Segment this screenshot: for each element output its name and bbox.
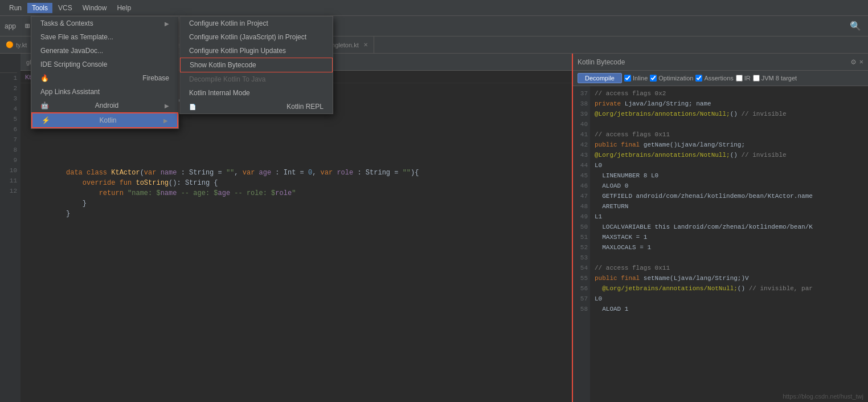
close-icon[interactable]: ✕ <box>859 58 863 66</box>
jvm8-label: JVM 8 target <box>761 75 797 82</box>
tools-dropdown: Tasks & Contexts ▶ Save File as Template… <box>31 16 179 129</box>
menu-tools[interactable]: Tools <box>27 3 52 13</box>
bc-line-47: GETFIELD android/com/zhenai/kotlindemo/b… <box>595 191 863 201</box>
menu-item-generate-javadoc[interactable]: Generate JavaDoc... <box>31 44 178 58</box>
bc-line-48: ARETURN <box>595 201 863 212</box>
bc-line-57: L0 <box>595 294 863 304</box>
code-line-7 <box>25 147 567 157</box>
bc-line-52: MAXLOCALS = 1 <box>595 242 863 253</box>
code-line-8: data class KtActor(var name : String = "… <box>25 157 567 168</box>
bytecode-content: 37 38 39 40 41 42 43 44 45 46 47 48 49 5… <box>573 86 868 402</box>
bytecode-line-numbers: 37 38 39 40 41 42 43 44 45 46 47 48 49 5… <box>573 86 590 402</box>
menu-window[interactable]: Window <box>78 3 112 13</box>
optimization-checkbox[interactable] <box>650 75 657 82</box>
kotlin-configure-js[interactable]: Configure Kotlin (JavaScript) in Project <box>180 30 333 44</box>
bc-line-39: @Lorg/jetbrains/annotations/NotNull;() /… <box>595 109 863 119</box>
kotlin-submenu: Configure Kotlin in Project Configure Ko… <box>179 16 333 114</box>
bc-line-50: LOCALVARIABLE this Landroid/com/zhenai/k… <box>595 222 863 232</box>
watermark: https://blog.csdn.net/hust_twj <box>783 393 863 400</box>
kotlin-decompile-to-java: Decompile Kotlin To Java <box>180 72 333 86</box>
bc-line-40 <box>595 119 863 129</box>
menu-item-firebase[interactable]: 🔥 Firebase <box>31 71 178 85</box>
assertions-checkbox[interactable] <box>695 75 702 82</box>
code-line-12: } <box>25 198 567 209</box>
bc-line-43: @Lorg/jetbrains/annotations/NotNull;() /… <box>595 150 863 160</box>
bc-line-49: L1 <box>595 212 863 222</box>
assertions-label: Assertions <box>704 75 733 82</box>
bc-line-46: ALOAD 0 <box>595 181 863 191</box>
assertions-checkbox-item: Assertions <box>695 75 733 82</box>
bc-line-38: private Ljava/lang/String; name <box>595 99 863 109</box>
line-numbers: 1 2 3 4 5 6 7 8 9 10 11 12 <box>0 54 21 402</box>
bc-line-51: MAXSTACK = 1 <box>595 232 863 242</box>
kotlin-internal-mode[interactable]: Kotlin Internal Mode <box>180 86 333 100</box>
tab-icon: 🟠 <box>6 41 14 48</box>
menu-item-tasks[interactable]: Tasks & Contexts ▶ <box>31 17 178 30</box>
code-content[interactable]: package android.com.zhenai.kotlindemo.be… <box>21 83 572 402</box>
ir-label: IR <box>744 75 751 82</box>
menu-item-ide-scripting[interactable]: IDE Scripting Console <box>31 58 178 71</box>
bc-line-58: ALOAD 1 <box>595 304 863 314</box>
app-label: app <box>2 22 18 30</box>
jvm8-checkbox-item: JVM 8 target <box>753 75 797 82</box>
menu-run[interactable]: Run <box>5 3 26 13</box>
jvm8-checkbox[interactable] <box>753 75 760 82</box>
kotlin-configure-project[interactable]: Configure Kotlin in Project <box>180 17 333 30</box>
search-icon[interactable]: 🔍 <box>845 21 866 32</box>
bytecode-panel: Kotlin Bytecode ⚙ ✕ Decompile Inline Opt… <box>572 54 868 402</box>
kotlin-show-bytecode[interactable]: Show Kotlin Bytecode <box>180 58 333 72</box>
inline-checkbox[interactable] <box>624 75 631 82</box>
bc-line-54: // access flags 0x11 <box>595 263 863 273</box>
menubar: Run Tools VCS Window Help <box>0 0 868 16</box>
bytecode-header: Kotlin Bytecode ⚙ ✕ <box>573 54 868 71</box>
decompile-button[interactable]: Decompile <box>578 73 622 83</box>
bc-line-56: @Lorg/jetbrains/annotations/NotNull;() /… <box>595 283 863 294</box>
menu-item-app-links[interactable]: App Links Assistant <box>31 85 178 99</box>
submenu-arrow-kotlin: ▶ <box>163 117 168 124</box>
code-line-6 <box>25 137 567 147</box>
optimization-checkbox-item: Optimization <box>650 75 693 82</box>
bc-line-55: public final setName(Ljava/lang/String;)… <box>595 273 863 283</box>
submenu-arrow-android: ▶ <box>165 103 169 109</box>
bc-line-45: LINENUMBER 8 L0 <box>595 170 863 181</box>
bytecode-toolbar: Decompile Inline Optimization Assertions… <box>573 71 868 86</box>
bc-line-37: // access flags 0x2 <box>595 88 863 99</box>
menu-item-save-template[interactable]: Save File as Template... <box>31 30 178 44</box>
kotlin-repl[interactable]: 📄 Kotlin REPL <box>180 100 333 113</box>
menu-vcs[interactable]: VCS <box>54 3 77 13</box>
bc-line-44: L0 <box>595 160 863 170</box>
gear-icon[interactable]: ⚙ <box>851 57 855 67</box>
optimization-label: Optimization <box>658 75 693 82</box>
bytecode-code: // access flags 0x2 private Ljava/lang/S… <box>590 86 868 402</box>
kotlin-configure-plugin-updates[interactable]: Configure Kotlin Plugin Updates <box>180 44 333 58</box>
bc-line-53 <box>595 253 863 263</box>
inline-label: Inline <box>633 75 648 82</box>
submenu-arrow: ▶ <box>165 21 169 27</box>
inline-checkbox-item: Inline <box>624 75 648 82</box>
tab-close-lazy[interactable]: ✕ <box>363 42 368 48</box>
menu-item-android[interactable]: 🤖 Android ▶ <box>31 99 178 112</box>
bc-line-42: public final getName()Ljava/lang/String; <box>595 140 863 150</box>
ir-checkbox-item: IR <box>736 75 751 82</box>
bc-line-41: // access flags 0x11 <box>595 129 863 140</box>
menu-item-kotlin[interactable]: ⚡ Kotlin ▶ <box>31 112 178 128</box>
bytecode-title: Kotlin Bytecode <box>578 58 847 66</box>
menu-help[interactable]: Help <box>112 3 136 13</box>
ir-checkbox[interactable] <box>736 75 743 82</box>
